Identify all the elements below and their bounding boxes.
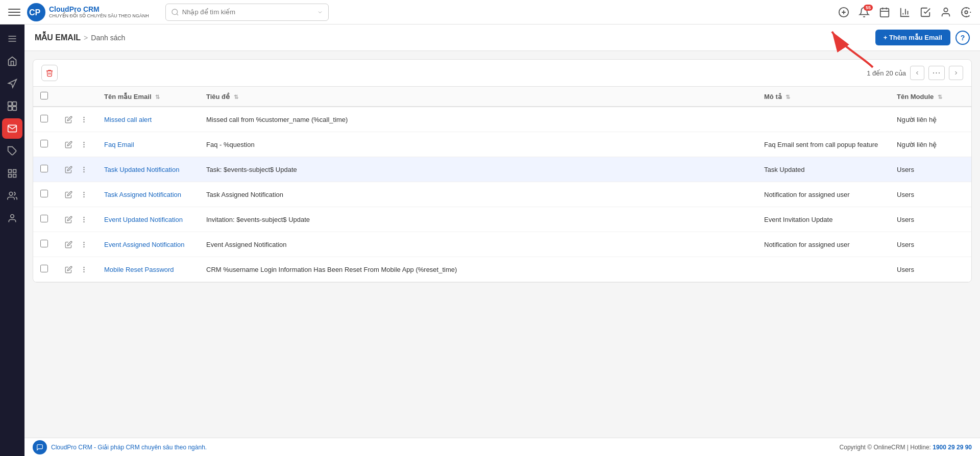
more-icon[interactable] bbox=[78, 188, 90, 200]
edit-icon[interactable] bbox=[62, 138, 75, 150]
edit-icon[interactable] bbox=[62, 263, 75, 275]
svg-point-6 bbox=[965, 11, 968, 14]
row-checkbox-cell bbox=[33, 257, 55, 282]
row-checkbox[interactable] bbox=[40, 115, 48, 122]
logo-title: CloudPro CRM bbox=[49, 6, 149, 13]
sidebar-item-grid[interactable] bbox=[2, 163, 22, 184]
svg-rect-14 bbox=[9, 174, 12, 178]
svg-point-33 bbox=[83, 221, 84, 222]
col-subject-header[interactable]: Tiêu đề ⇅ bbox=[199, 87, 757, 107]
content-area: MẪU EMAIL > Danh sách + Thêm mẫu Email ? bbox=[24, 24, 980, 456]
more-icon[interactable] bbox=[78, 263, 90, 275]
sidebar-item-campaign[interactable] bbox=[2, 73, 22, 94]
chart-icon[interactable] bbox=[899, 7, 911, 18]
search-bar[interactable] bbox=[165, 4, 329, 21]
chevron-left-icon bbox=[914, 70, 920, 76]
row-name-link[interactable]: Missed call alert bbox=[104, 116, 152, 123]
user-icon[interactable] bbox=[940, 7, 951, 18]
edit-icon[interactable] bbox=[62, 188, 75, 200]
notification-icon[interactable]: 55 bbox=[859, 7, 870, 18]
row-actions-cell bbox=[55, 232, 97, 257]
row-name-link[interactable]: Event Assigned Notification bbox=[104, 241, 185, 248]
svg-point-21 bbox=[83, 121, 84, 122]
edit-icon[interactable] bbox=[62, 238, 75, 250]
col-description-header[interactable]: Mô tả ⇅ bbox=[757, 87, 890, 107]
row-name-cell: Event Updated Notification bbox=[97, 207, 199, 232]
hamburger-menu[interactable] bbox=[8, 6, 20, 18]
row-name-link[interactable]: Task Assigned Notification bbox=[104, 191, 181, 198]
row-name-link[interactable]: Event Updated Notification bbox=[104, 216, 183, 223]
breadcrumb-right: + Thêm mẫu Email ? bbox=[875, 30, 970, 45]
pagination-prev-button[interactable] bbox=[910, 66, 924, 80]
row-module-cell: Users bbox=[890, 232, 971, 257]
svg-rect-8 bbox=[13, 102, 17, 106]
col-actions-header bbox=[55, 87, 97, 107]
row-name-cell: Event Assigned Notification bbox=[97, 232, 199, 257]
row-actions-cell bbox=[55, 182, 97, 207]
svg-point-19 bbox=[83, 117, 84, 117]
row-checkbox[interactable] bbox=[40, 190, 48, 197]
sidebar-item-extension2[interactable] bbox=[2, 141, 22, 161]
row-description-cell: Task Updated bbox=[757, 157, 890, 182]
search-icon bbox=[171, 8, 179, 16]
col-name-header[interactable]: Tên mẫu Email ⇅ bbox=[97, 87, 199, 107]
help-icon[interactable]: ? bbox=[955, 31, 970, 45]
calendar-icon[interactable] bbox=[879, 7, 890, 18]
chevron-right-icon bbox=[953, 70, 959, 76]
row-module-cell: Users bbox=[890, 157, 971, 182]
sidebar-item-people[interactable] bbox=[2, 186, 22, 206]
more-icon[interactable] bbox=[78, 213, 90, 225]
pagination-more-button[interactable]: ··· bbox=[928, 66, 945, 80]
row-checkbox[interactable] bbox=[40, 240, 48, 247]
svg-point-5 bbox=[944, 8, 947, 11]
settings-icon[interactable] bbox=[961, 7, 972, 18]
row-name-link[interactable]: Faq Email bbox=[104, 141, 134, 148]
edit-icon[interactable] bbox=[62, 163, 75, 175]
row-subject-cell: Invitation: $events-subject$ Update bbox=[199, 207, 757, 232]
table-container: 1 đến 20 của ··· bbox=[33, 59, 972, 283]
email-templates-table: Tên mẫu Email ⇅ Tiêu đề ⇅ Mô tả ⇅ bbox=[33, 87, 971, 282]
row-name-cell: Faq Email bbox=[97, 132, 199, 157]
sort-module-icon: ⇅ bbox=[938, 94, 942, 100]
row-checkbox[interactable] bbox=[40, 140, 48, 147]
sidebar-item-menu[interactable] bbox=[2, 29, 22, 49]
svg-point-32 bbox=[83, 219, 84, 219]
search-input[interactable] bbox=[182, 8, 314, 16]
sidebar-item-person[interactable] bbox=[2, 208, 22, 229]
col-module-header[interactable]: Tên Module ⇅ bbox=[890, 87, 971, 107]
pagination-next-button[interactable] bbox=[949, 66, 963, 80]
table-area: 1 đến 20 của ··· bbox=[24, 51, 980, 438]
sidebar-item-email[interactable] bbox=[2, 118, 22, 139]
sidebar-item-home[interactable] bbox=[2, 51, 22, 71]
row-actions-cell bbox=[55, 132, 97, 157]
chat-icon[interactable] bbox=[33, 440, 47, 454]
row-name-cell: Missed call alert bbox=[97, 107, 199, 132]
row-checkbox[interactable] bbox=[40, 165, 48, 172]
add-icon[interactable] bbox=[838, 7, 849, 18]
svg-point-23 bbox=[83, 144, 84, 144]
footer: CloudPro CRM - Giải pháp CRM chuyên sâu … bbox=[24, 438, 980, 456]
more-icon[interactable] bbox=[78, 113, 90, 125]
delete-button[interactable] bbox=[41, 65, 58, 81]
page-title: MẪU EMAIL bbox=[35, 33, 81, 42]
row-name-link[interactable]: Task Updated Notification bbox=[104, 166, 179, 173]
sidebar-item-extension[interactable] bbox=[2, 96, 22, 116]
tasks-icon[interactable] bbox=[920, 7, 931, 18]
notification-badge: 55 bbox=[864, 5, 873, 11]
row-name-cell: Mobile Reset Password bbox=[97, 257, 199, 282]
logo: CP CloudPro CRM CHUYỂN ĐỔI SỐ CHUYÊN SÂU… bbox=[27, 3, 149, 22]
more-icon[interactable] bbox=[78, 138, 90, 150]
more-icon[interactable] bbox=[78, 238, 90, 250]
row-checkbox[interactable] bbox=[40, 215, 48, 222]
toolbar-row: 1 đến 20 của ··· bbox=[33, 60, 971, 87]
select-all-checkbox[interactable] bbox=[40, 92, 48, 99]
row-checkbox[interactable] bbox=[40, 265, 48, 272]
more-icon[interactable] bbox=[78, 163, 90, 175]
breadcrumb-separator: > bbox=[84, 34, 88, 42]
row-name-link[interactable]: Mobile Reset Password bbox=[104, 266, 174, 273]
row-subject-cell: CRM %username Login Information Has Been… bbox=[199, 257, 757, 282]
edit-icon[interactable] bbox=[62, 113, 75, 125]
row-checkbox-cell bbox=[33, 157, 55, 182]
edit-icon[interactable] bbox=[62, 213, 75, 225]
add-email-template-button[interactable]: + Thêm mẫu Email bbox=[875, 30, 950, 45]
